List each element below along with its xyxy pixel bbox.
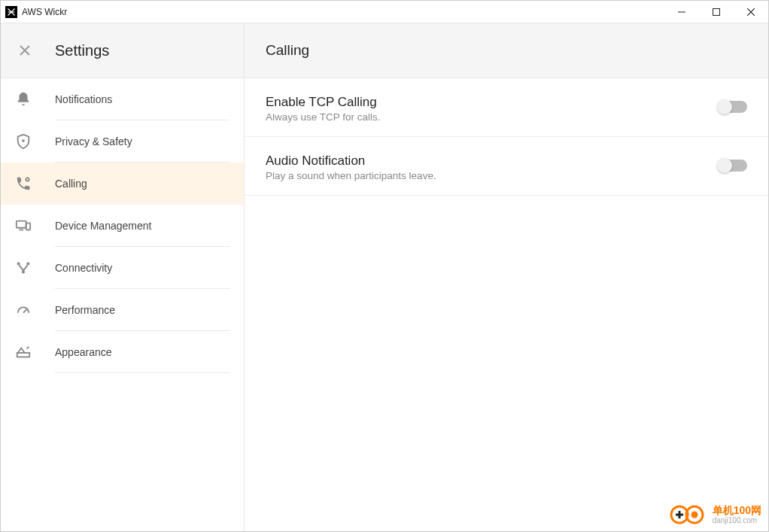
sidebar-item-label: Privacy & Safety	[55, 135, 132, 147]
sidebar-item-label: Device Management	[55, 220, 151, 232]
watermark: 单机100网 danji100.com	[669, 503, 761, 526]
setting-enable-tcp-calling: Enable TCP Calling Always use TCP for ca…	[245, 78, 768, 137]
sidebar-item-label: Performance	[55, 304, 115, 316]
devices-icon	[14, 217, 32, 235]
shield-icon	[14, 132, 32, 150]
settings-nav: Notifications Privacy & Safety Calling	[1, 78, 244, 373]
sidebar-item-performance[interactable]: Performance	[1, 289, 244, 331]
sidebar-item-label: Connectivity	[55, 262, 112, 274]
sidebar-item-label: Notifications	[55, 93, 112, 105]
svg-rect-4	[17, 221, 26, 228]
close-button[interactable]	[734, 1, 768, 23]
watermark-text: 单机100网 danji100.com	[713, 505, 761, 524]
setting-title: Enable TCP Calling	[266, 95, 719, 110]
toggle-knob	[717, 158, 732, 173]
setting-text: Enable TCP Calling Always use TCP for ca…	[266, 95, 719, 123]
settings-body: Enable TCP Calling Always use TCP for ca…	[245, 78, 768, 196]
toggle-knob	[717, 99, 732, 114]
app-icon	[5, 6, 17, 18]
appearance-icon	[14, 343, 32, 361]
watermark-line2: danji100.com	[713, 516, 761, 524]
setting-description: Play a sound when participants leave.	[266, 170, 719, 181]
svg-point-2	[22, 139, 25, 142]
svg-rect-11	[17, 353, 30, 357]
toggle-enable-tcp-calling[interactable]	[719, 101, 747, 113]
hub-icon	[14, 259, 32, 277]
window-controls	[664, 1, 768, 23]
settings-sidebar: Settings Notifications Privacy & Safety	[1, 23, 245, 531]
settings-title: Settings	[55, 42, 109, 59]
settings-content: Calling Enable TCP Calling Always use TC…	[245, 23, 768, 531]
setting-description: Always use TCP for calls.	[266, 111, 719, 123]
sidebar-item-notifications[interactable]: Notifications	[1, 78, 244, 120]
close-icon[interactable]	[17, 43, 32, 58]
speedometer-icon	[14, 301, 32, 319]
toggle-audio-notification[interactable]	[719, 160, 747, 172]
sidebar-item-label: Appearance	[55, 346, 112, 358]
svg-point-8	[17, 262, 20, 265]
watermark-line1: 单机100网	[713, 505, 761, 516]
svg-point-9	[26, 262, 29, 265]
setting-text: Audio Notification Play a sound when par…	[266, 154, 719, 181]
sidebar-item-privacy[interactable]: Privacy & Safety	[1, 120, 244, 163]
svg-point-16	[691, 512, 698, 518]
app-body: Settings Notifications Privacy & Safety	[1, 23, 768, 531]
svg-point-3	[26, 178, 29, 181]
setting-audio-notification: Audio Notification Play a sound when par…	[245, 137, 768, 196]
content-header: Calling	[245, 23, 768, 78]
sidebar-item-connectivity[interactable]: Connectivity	[1, 247, 244, 289]
window-title: AWS Wickr	[22, 7, 67, 17]
watermark-logo-icon	[669, 503, 708, 526]
sidebar-item-label: Calling	[55, 178, 87, 190]
svg-rect-1	[713, 8, 720, 15]
sidebar-item-device-management[interactable]: Device Management	[1, 205, 244, 247]
sidebar-item-calling[interactable]: Calling	[1, 163, 244, 205]
svg-line-10	[23, 309, 27, 313]
maximize-button[interactable]	[699, 1, 734, 23]
svg-rect-5	[26, 223, 30, 230]
sidebar-header: Settings	[1, 23, 244, 78]
sidebar-item-appearance[interactable]: Appearance	[1, 331, 244, 373]
content-title: Calling	[266, 42, 309, 59]
minimize-button[interactable]	[664, 1, 699, 23]
phone-settings-icon	[14, 175, 32, 193]
svg-point-7	[22, 270, 25, 273]
bell-icon	[14, 90, 32, 108]
setting-title: Audio Notification	[266, 154, 719, 169]
window-titlebar: AWS Wickr	[1, 1, 768, 23]
